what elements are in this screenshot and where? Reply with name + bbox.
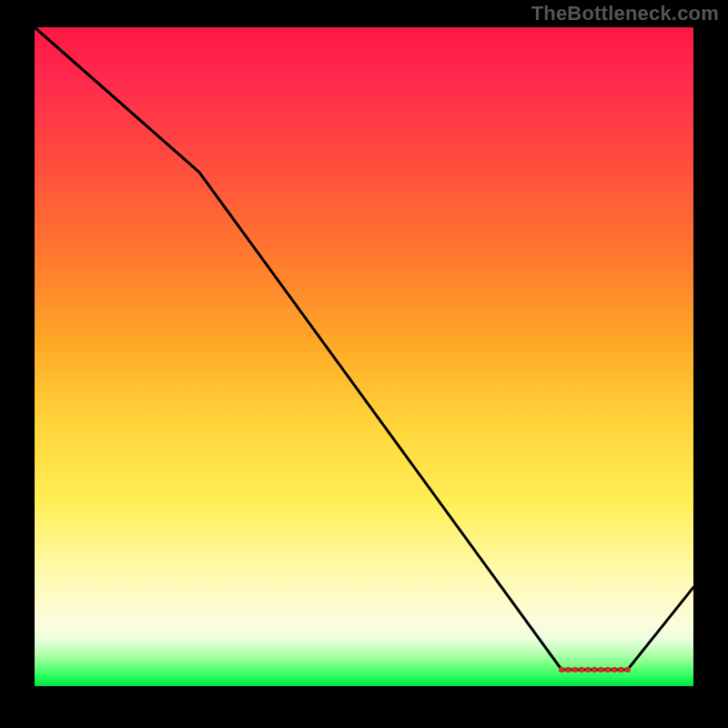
marker-dot bbox=[598, 667, 603, 672]
marker-dot bbox=[585, 667, 591, 672]
marker-group bbox=[559, 667, 631, 672]
marker-dot bbox=[592, 667, 597, 672]
plot-area bbox=[35, 27, 693, 686]
marker-dot bbox=[618, 667, 623, 672]
marker-dot bbox=[572, 667, 578, 672]
marker-dot bbox=[579, 667, 584, 672]
line-chart-svg bbox=[35, 27, 693, 686]
marker-dot bbox=[612, 667, 617, 672]
chart-container: TheBottleneck.com bbox=[0, 0, 728, 728]
chart-line bbox=[35, 27, 693, 670]
watermark-text: TheBottleneck.com bbox=[531, 2, 719, 25]
marker-dot bbox=[565, 667, 571, 672]
marker-dot bbox=[624, 667, 630, 672]
marker-dot bbox=[605, 667, 611, 672]
marker-dot bbox=[559, 667, 564, 672]
